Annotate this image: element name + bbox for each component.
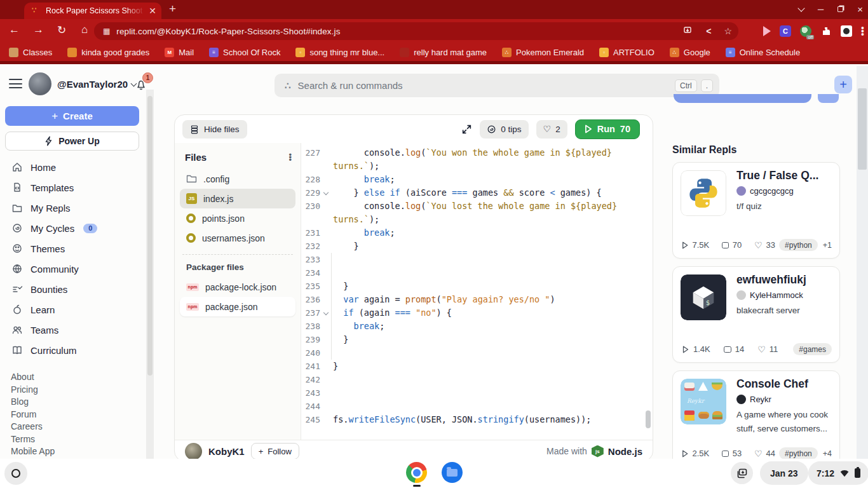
file-item[interactable]: .config — [180, 169, 295, 189]
window-menu-chevron-icon[interactable] — [797, 4, 804, 11]
similar-repl-card[interactable]: $ewfuwehfiukjKyleHammockblakecraft serve… — [672, 266, 840, 363]
repl-author[interactable]: KyleHammock — [736, 290, 803, 300]
similar-repl-card[interactable]: True / False Q...cgcgcgcgcgt/f quiz7.5K7… — [672, 162, 840, 259]
file-item[interactable]: npmpackage-lock.json — [180, 277, 295, 297]
chrome-app-icon[interactable] — [406, 462, 427, 483]
footer-link-forum[interactable]: Forum — [11, 409, 55, 419]
code-token: } — [333, 187, 364, 198]
command-search-bar[interactable]: ∴ Search & run commands Ctrl . — [275, 74, 719, 97]
home-icon[interactable]: ⌂ — [81, 24, 88, 36]
extension-green-icon[interactable]: off — [800, 25, 811, 37]
repl-title[interactable]: True / False Q... — [736, 169, 833, 182]
files-menu-icon[interactable]: ••• — [288, 154, 292, 161]
page-scrollbar-thumb[interactable] — [858, 88, 867, 170]
footer-link-terms[interactable]: Terms — [11, 434, 55, 444]
extension-arrow-icon[interactable] — [763, 26, 771, 36]
likes-count: 44 — [766, 449, 775, 458]
fold-chevron-icon[interactable] — [323, 190, 329, 195]
repl-author[interactable]: Reykr — [736, 395, 771, 404]
tag-pill[interactable]: #games — [793, 343, 832, 355]
run-button[interactable]: Run 70 — [575, 119, 640, 139]
sidebar-scrollbar-thumb[interactable] — [147, 96, 153, 376]
owner-avatar[interactable] — [185, 443, 202, 460]
file-item[interactable]: npmpackage.json — [180, 297, 295, 316]
browser-menu-icon[interactable]: ••• — [861, 27, 864, 36]
username-menu[interactable]: @EvanTaylor20 — [57, 79, 136, 90]
browser-tab[interactable]: ∵ Rock Paper Scissors Shoot - Rep ✕ — [24, 3, 161, 19]
sidebar-item-templates[interactable]: Templates — [0, 177, 141, 198]
tag-pill[interactable]: #python — [779, 239, 818, 251]
sidebar-item-teams[interactable]: Teams — [0, 320, 141, 340]
share-icon[interactable]: < — [706, 26, 711, 36]
bookmark-item[interactable]: ▫song thing mr blue... — [295, 48, 384, 57]
extensions-puzzle-icon[interactable] — [820, 25, 832, 37]
tips-button[interactable]: 0 tips — [480, 120, 528, 139]
repl-title[interactable]: ewfuwehfiukj — [736, 273, 833, 287]
extension-c-icon[interactable]: C — [780, 25, 791, 37]
follow-button[interactable]: +Follow — [251, 443, 299, 459]
file-item[interactable]: JSindex.js — [180, 189, 295, 208]
fold-chevron-icon[interactable] — [323, 310, 329, 315]
sidebar-item-my-cycles[interactable]: My Cycles0 — [0, 218, 141, 238]
footer-link-pricing[interactable]: Pricing — [11, 384, 55, 395]
bookmark-star-icon[interactable]: ☆ — [724, 26, 732, 36]
forward-icon[interactable]: → — [33, 24, 44, 36]
bookmark-item[interactable]: ∴Pokemon Emerald — [502, 48, 584, 57]
repl-author[interactable]: cgcgcgcgcg — [736, 186, 794, 196]
sidebar-item-themes[interactable]: Themes — [0, 238, 141, 259]
shelf-status-tray[interactable]: 7:12 — [808, 461, 868, 485]
runtime-label[interactable]: Node.js — [608, 446, 642, 457]
sidebar-item-my-repls[interactable]: My Repls — [0, 198, 141, 218]
like-button[interactable]: ♡ 2 — [536, 120, 567, 139]
bookmark-item[interactable]: relly hard mat game — [400, 48, 487, 57]
power-up-button[interactable]: Power Up — [5, 132, 139, 151]
hamburger-menu-icon[interactable] — [9, 79, 22, 88]
sidebar-item-learn[interactable]: Learn — [0, 299, 141, 320]
shelf-date[interactable]: Jan 23 — [760, 461, 808, 485]
install-icon[interactable] — [683, 26, 693, 36]
bookmark-item[interactable]: ▫ARTFOLIO — [599, 48, 654, 57]
sidebar-item-community[interactable]: Community — [0, 259, 141, 279]
sidebar-item-bounties[interactable]: Bounties — [0, 279, 141, 299]
editor-scrollbar-thumb[interactable] — [646, 410, 651, 428]
code-editor[interactable]: 227 console.log(`You won the whole game … — [301, 143, 653, 440]
footer-link-careers[interactable]: Careers — [11, 421, 55, 431]
user-avatar[interactable] — [29, 72, 51, 95]
repl-title[interactable]: Console Chef — [736, 377, 833, 391]
similar-repl-card[interactable]: ReykrConsole ChefReykrA game where you c… — [672, 370, 840, 467]
sidebar-item-home[interactable]: Home — [0, 157, 141, 177]
files-app-icon[interactable] — [442, 462, 463, 483]
owner-name[interactable]: KobyK1 — [208, 446, 245, 457]
footer-link-about[interactable]: About — [11, 372, 55, 382]
file-item[interactable]: usernames.json — [180, 228, 295, 248]
back-icon[interactable]: ← — [9, 24, 20, 36]
footer-link-blog[interactable]: Blog — [11, 396, 55, 407]
expand-icon[interactable] — [461, 124, 472, 135]
restore-icon[interactable] — [837, 6, 843, 12]
bookmark-item[interactable]: kinda good grades — [67, 48, 149, 57]
create-button[interactable]: +Create — [5, 106, 139, 126]
hide-files-button[interactable]: Hide files — [182, 120, 247, 139]
launcher-button[interactable] — [4, 462, 27, 485]
bookmark-label: ARTFOLIO — [613, 48, 654, 57]
sidebar-item-curriculum[interactable]: Curriculum — [0, 340, 141, 360]
bookmark-item[interactable]: MMail — [165, 48, 194, 57]
code-text: } — [333, 333, 653, 346]
address-bar[interactable]: ▦ replit.com/@KobyK1/Rock-Paper-Scissors… — [94, 22, 738, 40]
screen-capture-icon[interactable] — [731, 462, 753, 484]
bookmark-item[interactable]: ≡School Of Rock — [209, 48, 280, 57]
bookmark-item[interactable]: ∴Google — [670, 48, 710, 57]
site-info-icon[interactable]: ▦ — [103, 27, 110, 36]
file-item[interactable]: points.json — [180, 208, 295, 228]
close-window-icon[interactable]: × — [857, 4, 863, 15]
minimize-icon[interactable]: ─ — [818, 4, 824, 14]
new-tab-button[interactable]: + — [169, 2, 176, 16]
bookmark-item[interactable]: Classes — [9, 48, 52, 57]
tag-pill[interactable]: #python — [779, 447, 818, 459]
bookmark-item[interactable]: ≡Online Schedule — [726, 48, 800, 57]
tab-close-icon[interactable]: ✕ — [149, 6, 156, 16]
footer-link-mobile-app[interactable]: Mobile App — [11, 446, 55, 456]
create-repl-plus-button[interactable]: + — [834, 76, 852, 93]
profile-avatar-icon[interactable] — [841, 25, 852, 37]
reload-icon[interactable]: ↻ — [57, 24, 66, 37]
